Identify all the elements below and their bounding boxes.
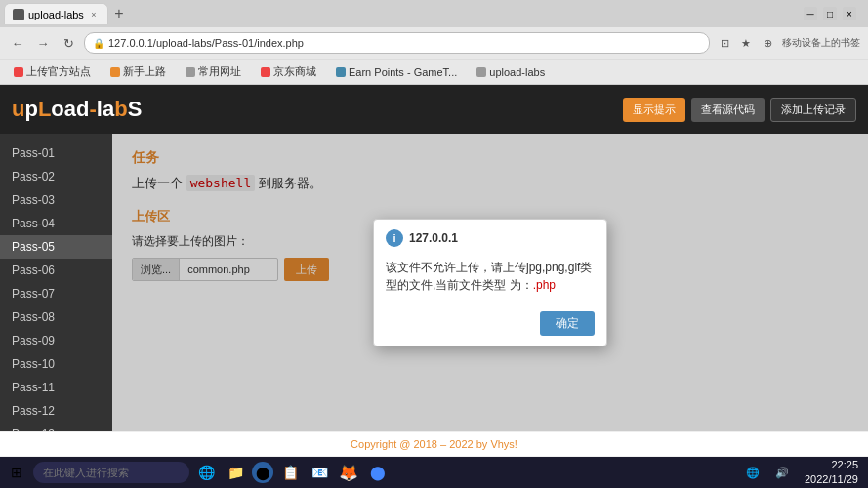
bookmark-guanfang[interactable]: 上传官方站点: [8, 62, 97, 81]
dialog-footer: 确定: [374, 305, 606, 346]
taskbar-clock: 22:25 2022/11/29: [799, 458, 864, 488]
dialog-message-line2: 为：: [510, 278, 533, 292]
back-button[interactable]: ←: [8, 33, 27, 53]
bookmark-icon: [476, 67, 486, 77]
bookmark-common[interactable]: 常用网址: [180, 62, 247, 81]
site-header: upLoad-labS 显示提示 查看源代码 添加上传记录: [0, 85, 868, 134]
taskbar-task2-icon[interactable]: 📋: [277, 460, 303, 485]
maximize-button[interactable]: □: [823, 7, 837, 20]
dialog-overlay: i 127.0.0.1 该文件不允许上传，请上传jpg,png,gif类型的文件…: [112, 134, 868, 431]
sidebar-item-pass05[interactable]: Pass-05: [0, 235, 112, 259]
taskbar: ⊞ 🌐 📁 ⬤ 📋 📧 🦊 ⬤ 🌐 🔊 22:25 2022/11/29: [0, 457, 868, 488]
dialog-ok-button[interactable]: 确定: [540, 311, 595, 336]
extension-icon[interactable]: ⊕: [759, 34, 776, 52]
bookmark-icon: [186, 67, 195, 77]
taskbar-search-input[interactable]: [33, 462, 189, 483]
bookmark-icon: [336, 67, 346, 77]
view-source-button[interactable]: 查看源代码: [691, 98, 765, 122]
sidebar-item-pass13[interactable]: Pass-13: [0, 423, 112, 431]
url-text: 127.0.0.1/upload-labs/Pass-01/index.php: [108, 37, 304, 49]
star-icon[interactable]: ★: [737, 34, 755, 52]
sidebar-item-pass10[interactable]: Pass-10: [0, 352, 112, 376]
header-buttons: 显示提示 查看源代码 添加上传记录: [623, 98, 856, 122]
sidebar-item-pass11[interactable]: Pass-11: [0, 376, 112, 399]
clock-date: 2022/11/29: [805, 472, 858, 487]
bookmark-newbie[interactable]: 新手上路: [104, 62, 172, 81]
start-button[interactable]: ⊞: [4, 460, 29, 485]
taskbar-volume-icon[interactable]: 🔊: [769, 460, 795, 485]
sidebar-item-pass06[interactable]: Pass-06: [0, 259, 112, 282]
main-layout: Pass-01 Pass-02 Pass-03 Pass-04 Pass-05 …: [0, 134, 868, 431]
page-footer: Copyright @ 2018 – 2022 by Vhys!: [0, 431, 868, 456]
dialog-filetype: .php: [533, 278, 556, 292]
show-hint-button[interactable]: 显示提示: [623, 98, 685, 122]
close-window-button[interactable]: ×: [843, 7, 856, 20]
sidebar-item-pass09[interactable]: Pass-09: [0, 329, 112, 352]
add-upload-record-button[interactable]: 添加上传记录: [770, 98, 856, 122]
bookmark-bar: 上传官方站点 新手上路 常用网址 京东商城 Earn Points - Game…: [0, 59, 868, 84]
dialog-message-line1: 该文件不允许上传，请上传jpg,png,gif类型的文件,当前文件类型: [386, 261, 592, 292]
footer-author: Vhys!: [490, 438, 517, 450]
refresh-button[interactable]: ↻: [59, 33, 78, 53]
dialog-body: 该文件不允许上传，请上传jpg,png,gif类型的文件,当前文件类型 为：.p…: [374, 253, 606, 305]
browser-icons: ⊡ ★ ⊕: [716, 34, 776, 52]
bookmark-icon: [14, 67, 23, 77]
dialog-info-icon: i: [386, 229, 403, 247]
taskbar-app1-icon[interactable]: 🦊: [336, 460, 361, 485]
content-area: 任务 上传一个 webshell 到服务器。 上传区 请选择要上传的图片： 浏览…: [112, 134, 868, 431]
lock-icon: 🔒: [93, 38, 104, 49]
tab-close-button[interactable]: ×: [88, 9, 100, 20]
footer-text: Copyright @ 2018 – 2022 by: [351, 438, 487, 450]
dialog-host: 127.0.0.1: [409, 231, 458, 245]
mobile-bookmark-label: 移动设备上的书签: [782, 36, 860, 50]
minimize-button[interactable]: ─: [804, 7, 817, 20]
bookmark-earn[interactable]: Earn Points - GameT...: [330, 64, 463, 80]
url-bar[interactable]: 🔒 127.0.0.1/upload-labs/Pass-01/index.ph…: [84, 32, 710, 54]
page-content: upLoad-labS 显示提示 查看源代码 添加上传记录 Pass-01 Pa…: [0, 85, 868, 456]
tab-bar: upload-labs × + ─ □ ×: [0, 0, 868, 27]
sidebar-item-pass02[interactable]: Pass-02: [0, 165, 112, 188]
sidebar-item-pass01[interactable]: Pass-01: [0, 142, 112, 165]
taskbar-folder-icon[interactable]: 📁: [223, 460, 248, 485]
address-bar: ← → ↻ 🔒 127.0.0.1/upload-labs/Pass-01/in…: [0, 27, 868, 59]
taskbar-chrome-icon[interactable]: ⬤: [252, 462, 273, 483]
qr-icon[interactable]: ⊡: [716, 34, 733, 52]
browser-tab[interactable]: upload-labs ×: [4, 3, 108, 24]
taskbar-email-icon[interactable]: 📧: [307, 460, 332, 485]
browser-chrome: upload-labs × + ─ □ × ← → ↻ 🔒 127.0.0.1/…: [0, 0, 868, 85]
sidebar: Pass-01 Pass-02 Pass-03 Pass-04 Pass-05 …: [0, 134, 112, 431]
clock-time: 22:25: [805, 458, 858, 472]
sidebar-item-pass07[interactable]: Pass-07: [0, 282, 112, 305]
bookmark-icon: [261, 67, 270, 77]
tab-title: upload-labs: [28, 9, 84, 20]
taskbar-explorer-icon[interactable]: 🌐: [193, 460, 219, 485]
bookmark-jd[interactable]: 京东商城: [255, 62, 322, 81]
sidebar-item-pass12[interactable]: Pass-12: [0, 399, 112, 423]
dialog-header: i 127.0.0.1: [374, 220, 606, 253]
bookmark-icon: [110, 67, 120, 77]
sidebar-item-pass03[interactable]: Pass-03: [0, 188, 112, 212]
taskbar-app2-icon[interactable]: ⬤: [365, 460, 391, 485]
site-logo: upLoad-labS: [12, 97, 142, 122]
tab-favicon: [13, 9, 24, 20]
forward-button[interactable]: →: [33, 33, 53, 53]
sidebar-item-pass04[interactable]: Pass-04: [0, 212, 112, 235]
taskbar-network-icon[interactable]: 🌐: [740, 460, 765, 485]
bookmark-uploadlabs[interactable]: upload-labs: [471, 64, 551, 80]
alert-dialog: i 127.0.0.1 该文件不允许上传，请上传jpg,png,gif类型的文件…: [373, 219, 607, 346]
taskbar-right-icons: 🌐 🔊 22:25 2022/11/29: [740, 458, 864, 488]
new-tab-button[interactable]: +: [108, 3, 130, 24]
sidebar-item-pass08[interactable]: Pass-08: [0, 305, 112, 329]
